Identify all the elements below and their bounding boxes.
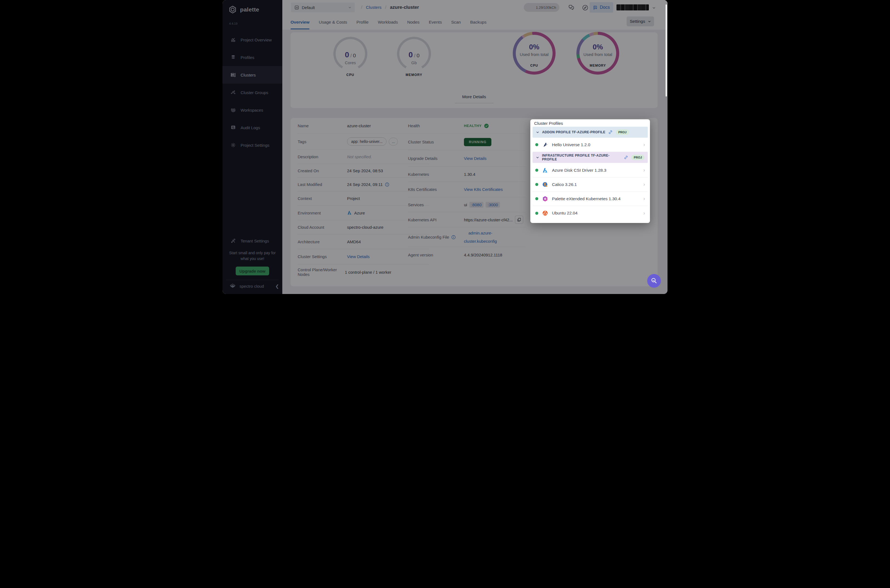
hello-universe-icon (542, 142, 548, 148)
status-dot-green (535, 197, 538, 200)
status-dot-green (535, 169, 538, 172)
layer-name: Calico 3.26.1 (552, 182, 577, 187)
cluster-profiles-popup: Cluster Profiles ADDON PROFILE TF-AZURE-… (530, 119, 650, 223)
infrastructure-profile-section-header[interactable]: INFRASTRUCTURE PROFILE TF-AZURE-PROFILE … (533, 152, 648, 163)
profile-layer-row-hello-universe[interactable]: Hello Universe 1.2.0 › (533, 138, 648, 152)
popup-title: Cluster Profiles (534, 121, 563, 126)
status-dot-green (535, 143, 538, 146)
layer-name: Hello Universe 1.2.0 (552, 142, 590, 147)
azure-icon (542, 167, 548, 173)
layer-name: Azure Disk CSI Driver 1.28.3 (552, 168, 606, 173)
status-dot-green (535, 212, 538, 215)
profile-layer-row-pxk[interactable]: Palette eXtended Kubernetes 1.30.4 › (533, 192, 648, 206)
profile-layer-row-ubuntu[interactable]: Ubuntu 22.04 › (533, 206, 648, 220)
chevron-right-icon: › (643, 142, 645, 147)
proj-scope-badge: PROJ (631, 154, 644, 160)
infrastructure-profile-name: INFRASTRUCTURE PROFILE TF-AZURE-PROFILE (542, 154, 621, 161)
search-icon (650, 277, 657, 284)
chevron-right-icon: › (643, 196, 645, 202)
calico-icon (542, 182, 548, 188)
chevron-right-icon: › (643, 210, 645, 216)
chevron-down-icon (536, 130, 539, 134)
profile-layer-row-azure-disk[interactable]: Azure Disk CSI Driver 1.28.3 › (533, 163, 648, 177)
addon-profile-name: ADDON PROFILE TF-AZURE-PROFILE (542, 130, 605, 134)
profile-layer-row-calico[interactable]: Calico 3.26.1 › (533, 177, 648, 192)
addon-profile-section-header[interactable]: ADDON PROFILE TF-AZURE-PROFILE PROJ (533, 127, 648, 138)
search-fab-button[interactable] (647, 274, 661, 288)
ubuntu-icon (542, 210, 548, 216)
link-icon[interactable] (624, 155, 628, 160)
pxk-icon (542, 196, 548, 202)
layer-name: Ubuntu 22.04 (552, 211, 578, 216)
status-dot-green (535, 183, 538, 186)
chevron-right-icon: › (643, 167, 645, 173)
proj-scope-badge: PROJ (616, 129, 629, 135)
link-icon[interactable] (608, 130, 612, 134)
chevron-right-icon: › (643, 182, 645, 188)
scrollbar-thumb[interactable] (666, 4, 667, 96)
layer-name: Palette eXtended Kubernetes 1.30.4 (552, 196, 621, 201)
chevron-down-icon (536, 156, 539, 159)
palette-app: palette 4.4.19 Project Overview Profiles… (222, 0, 668, 294)
